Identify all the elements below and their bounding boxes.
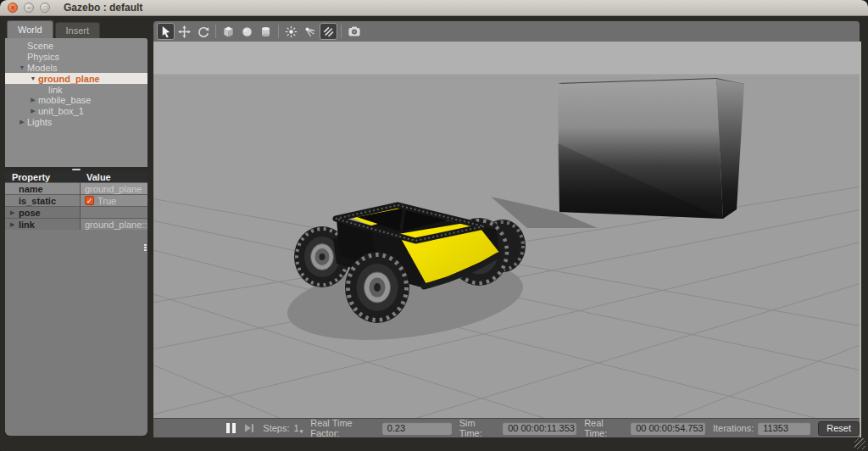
spot-light-button[interactable]	[301, 23, 319, 40]
scene-render	[153, 42, 860, 418]
tab-world[interactable]: World	[7, 20, 53, 38]
gazebo-window: × − □ Gazebo : default World Insert Scen…	[0, 0, 868, 451]
sim-time-label: Sim Time:	[459, 418, 499, 438]
chevron-right-icon[interactable]: ▶	[28, 108, 38, 114]
titlebar: × − □ Gazebo : default	[0, 0, 868, 16]
sphere-icon	[241, 25, 253, 38]
steps-label: Steps:	[263, 423, 289, 433]
iterations-value: 11353	[758, 422, 810, 435]
property-row-pose[interactable]: ▶pose	[5, 206, 147, 218]
camera-icon	[348, 25, 361, 38]
property-row-is-static[interactable]: is_static ✓ True	[5, 194, 147, 206]
tree-item-scene[interactable]: Scene	[5, 41, 147, 52]
select-tool-button[interactable]	[157, 23, 175, 40]
tab-insert[interactable]: Insert	[55, 22, 101, 38]
simulation-statusbar: Steps: 1▾ Real Time Factor: 0.23 Sim Tim…	[153, 418, 860, 437]
chevron-down-icon[interactable]: ▼	[17, 64, 27, 70]
point-light-icon	[285, 25, 298, 38]
tree-item-models[interactable]: ▼Models	[5, 63, 147, 74]
insert-sphere-button[interactable]	[238, 23, 256, 40]
directional-light-icon	[322, 25, 335, 38]
toolbar-separator	[341, 25, 342, 38]
check-icon: ✓	[86, 197, 93, 205]
tree-item-mobile-base[interactable]: ▶mobile_base	[5, 95, 147, 106]
directional-light-button[interactable]	[320, 23, 337, 40]
wheel-front-left	[345, 252, 409, 323]
translate-icon	[178, 25, 191, 38]
property-row-name[interactable]: name ground_plane	[5, 182, 147, 194]
spot-light-icon	[303, 25, 316, 38]
pause-button[interactable]	[226, 422, 236, 434]
box-icon	[222, 25, 235, 38]
chevron-right-icon[interactable]: ▶	[10, 209, 14, 216]
sidebar: World Insert Scene Physics ▼Models ▼grou…	[3, 20, 151, 437]
rtf-label: Real Time Factor:	[310, 418, 377, 438]
sky	[153, 42, 860, 74]
tree-item-link[interactable]: link	[5, 84, 147, 95]
maximize-button[interactable]: □	[40, 3, 50, 13]
cylinder-icon	[259, 25, 272, 38]
minimize-button[interactable]: −	[24, 3, 34, 13]
sidebar-tabs: World Insert	[3, 20, 151, 38]
chevron-down-icon[interactable]: ▼	[28, 75, 38, 81]
toolbar-separator	[215, 25, 216, 38]
close-button[interactable]: ×	[8, 3, 18, 13]
reset-button[interactable]: Reset	[818, 421, 860, 436]
property-scrollbar[interactable]	[143, 244, 147, 253]
step-button[interactable]	[243, 422, 255, 434]
world-tree: Scene Physics ▼Models ▼ground_plane link…	[5, 38, 147, 167]
is-static-checkbox[interactable]: ✓	[85, 196, 94, 205]
tree-item-unit-box-1[interactable]: ▶unit_box_1	[5, 106, 147, 117]
screenshot-button[interactable]	[345, 23, 363, 40]
chevron-right-icon[interactable]: ▶	[10, 221, 14, 228]
property-panel: Property Value name ground_plane is_stat…	[5, 171, 147, 436]
insert-cylinder-button[interactable]	[257, 23, 275, 40]
chevron-right-icon[interactable]: ▶	[17, 119, 27, 125]
rotate-tool-button[interactable]	[194, 23, 212, 40]
resize-grip[interactable]	[854, 438, 865, 449]
window-title: Gazebo : default	[64, 2, 142, 14]
translate-tool-button[interactable]	[175, 23, 193, 40]
toolbar-separator	[278, 25, 279, 38]
real-time-label: Real Time:	[584, 418, 626, 438]
real-time-value: 00 00:00:54.753	[631, 422, 705, 435]
rtf-value: 0.23	[382, 422, 452, 435]
rotate-icon	[197, 25, 209, 38]
tree-item-physics[interactable]: Physics	[5, 52, 147, 63]
iterations-label: Iterations:	[713, 423, 754, 433]
caret-down-icon: ▾	[300, 428, 303, 434]
cursor-arrow-icon	[159, 25, 172, 38]
property-table-header: Property Value	[5, 171, 147, 182]
property-row-link[interactable]: ▶link ground_plane::link	[5, 218, 147, 230]
scene-canvas[interactable]	[153, 42, 860, 418]
tree-item-ground-plane[interactable]: ▼ground_plane	[5, 73, 147, 84]
tree-item-lights[interactable]: ▶Lights	[5, 117, 147, 128]
point-light-button[interactable]	[282, 23, 300, 40]
render-viewport: Steps: 1▾ Real Time Factor: 0.23 Sim Tim…	[153, 20, 860, 437]
chevron-right-icon[interactable]: ▶	[28, 97, 38, 103]
render-toolbar	[153, 21, 860, 42]
splitter-handle-icon	[72, 169, 81, 170]
viewport-edge-highlight	[860, 42, 861, 437]
sim-time-value: 00 00:00:11.353	[503, 422, 576, 435]
insert-box-button[interactable]	[220, 23, 237, 40]
unit-box-model[interactable]	[558, 78, 744, 219]
steps-spinner[interactable]: 1▾	[294, 423, 303, 433]
